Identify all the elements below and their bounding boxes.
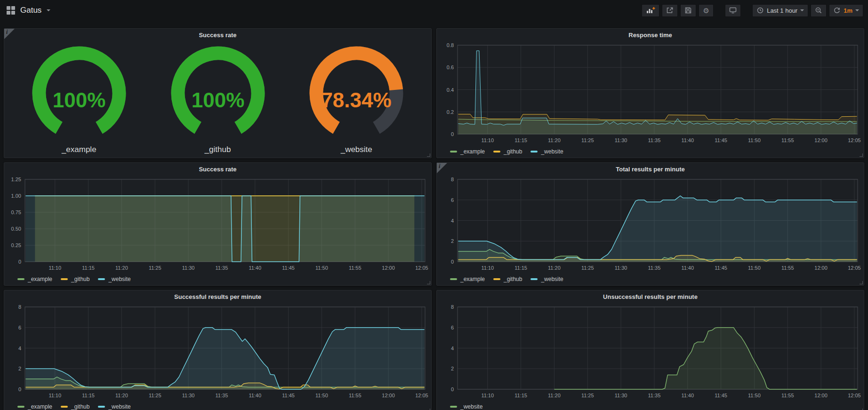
legend-color-dash (450, 278, 457, 280)
refresh-interval-label: 1m (844, 7, 852, 14)
legend-item-_website[interactable]: _website (98, 276, 130, 282)
y-tick-label: 4 (18, 346, 21, 351)
legend-item-_example[interactable]: _example (450, 148, 485, 155)
legend-color-dash (493, 278, 500, 280)
panel-successful-results: Successful results per minute 0246811:10… (4, 290, 432, 410)
tv-mode-button[interactable] (725, 4, 741, 17)
x-tick-label: 11:30 (615, 265, 627, 271)
chart-canvas: 0246811:1011:1511:2011:2511:3011:3511:40… (437, 303, 864, 401)
grid-menu-icon[interactable] (7, 6, 15, 15)
x-tick-label: 11:20 (548, 137, 561, 143)
legend-label: _website (541, 276, 563, 282)
legend-item-_github[interactable]: _github (493, 276, 522, 282)
gauge-_example: 100%_example (15, 44, 143, 154)
x-tick-label: 12:05 (415, 265, 428, 271)
x-tick-label: 11:45 (282, 393, 295, 398)
resize-handle[interactable] (427, 153, 430, 157)
x-tick-label: 11:20 (548, 265, 561, 271)
success-rate-chart[interactable]: 00.250.500.751.001.2511:1011:1511:2011:2… (4, 176, 431, 273)
panel-title[interactable]: Total results per minute (437, 163, 864, 176)
x-tick-label: 11:55 (781, 137, 794, 143)
legend-item-_github[interactable]: _github (61, 403, 89, 410)
save-button[interactable] (680, 4, 696, 17)
legend-item-_github[interactable]: _github (61, 276, 89, 282)
dashboard-title-dropdown[interactable]: Gatus (5, 6, 50, 15)
x-tick-label: 11:20 (115, 265, 128, 271)
resize-handle[interactable] (860, 281, 863, 284)
x-tick-label: 11:40 (249, 265, 261, 271)
y-tick-label: 0.8 (447, 42, 454, 48)
share-button[interactable] (662, 4, 678, 17)
x-tick-label: 11:20 (548, 393, 561, 398)
y-tick-label: 2 (18, 366, 21, 371)
y-tick-label: 0 (18, 259, 21, 265)
x-tick-label: 11:30 (182, 265, 195, 271)
gauge-label: _example (62, 145, 96, 154)
legend-label: _website (108, 403, 130, 410)
y-tick-label: 8 (451, 304, 454, 310)
x-tick-label: 11:25 (581, 265, 594, 271)
gauge-arc: 100% (154, 44, 282, 144)
legend-color-dash (98, 406, 105, 408)
x-tick-label: 11:50 (748, 393, 761, 398)
x-tick-label: 11:55 (781, 393, 794, 398)
zoom-out-button[interactable] (811, 4, 827, 17)
legend-item-_website[interactable]: _website (530, 148, 563, 155)
panel-total-results: i Total results per minute 0246811:1011:… (436, 162, 864, 286)
legend-item-_example[interactable]: _example (17, 403, 52, 410)
legend-label: _github (504, 276, 522, 282)
legend-item-_website[interactable]: _website (98, 403, 130, 410)
x-tick-label: 12:00 (382, 265, 395, 271)
x-tick-label: 11:55 (349, 265, 362, 271)
x-tick-label: 12:00 (814, 393, 828, 398)
chart-canvas: 0246811:1011:1511:2011:2511:3011:3511:40… (4, 303, 431, 401)
gauge-arc: 78.34% (292, 44, 420, 144)
x-tick-label: 11:40 (681, 137, 694, 143)
x-tick-label: 11:35 (648, 137, 661, 143)
resize-handle[interactable] (427, 281, 430, 284)
y-tick-label: 0 (451, 386, 454, 392)
y-tick-label: 2 (451, 238, 454, 244)
y-tick-label: 4 (451, 346, 454, 351)
add-panel-button[interactable] (642, 4, 659, 17)
gauge-value: 100% (191, 88, 244, 112)
x-tick-label: 11:30 (615, 137, 627, 143)
legend-color-dash (17, 406, 24, 408)
panel-title[interactable]: Unsuccessful results per minute (437, 290, 864, 303)
legend-item-_website[interactable]: _website (450, 403, 482, 410)
legend-label: _website (541, 148, 563, 155)
info-corner-icon[interactable]: i (437, 163, 447, 173)
x-tick-label: 11:30 (615, 393, 627, 398)
x-tick-label: 11:45 (282, 265, 295, 271)
panel-title[interactable]: Successful results per minute (4, 290, 431, 303)
successful-results-chart[interactable]: 0246811:1011:1511:2011:2511:3011:3511:40… (4, 303, 431, 401)
legend-label: _github (71, 403, 89, 410)
info-corner-icon[interactable]: i (4, 29, 15, 39)
resize-handle[interactable] (860, 153, 863, 157)
y-tick-label: 0.4 (447, 87, 454, 93)
legend-item-_website[interactable]: _website (530, 276, 563, 282)
x-tick-label: 11:50 (315, 265, 328, 271)
panel-success-rate-timeseries: Success rate 00.250.500.751.001.2511:101… (4, 162, 432, 286)
x-tick-label: 12:05 (848, 393, 861, 398)
chevron-down-icon (47, 9, 50, 11)
series-area-_website (554, 328, 857, 389)
chart-legend: _example_github_website (437, 273, 864, 285)
panel-title[interactable]: Response time (437, 29, 864, 41)
legend-item-_github[interactable]: _github (493, 148, 522, 155)
refresh-button[interactable]: 1m (829, 4, 863, 17)
panel-title[interactable]: Success rate (4, 29, 431, 41)
response-time-chart[interactable]: 00.20.40.60.811:1011:1511:2011:2511:3011… (437, 41, 864, 145)
legend-item-_example[interactable]: _example (17, 276, 52, 282)
chart-canvas: 0246811:1011:1511:2011:2511:3011:3511:40… (437, 176, 864, 273)
total-results-chart[interactable]: 0246811:1011:1511:2011:2511:3011:3511:40… (437, 176, 864, 273)
unsuccessful-results-chart[interactable]: 0246811:1011:1511:2011:2511:3011:3511:40… (437, 303, 864, 401)
chart-legend: _example_github_website (437, 145, 864, 158)
legend-item-_example[interactable]: _example (450, 276, 485, 282)
x-tick-label: 11:55 (781, 265, 794, 271)
series-area-_website (25, 196, 424, 262)
top-nav: Gatus ⚙ (0, 0, 868, 21)
settings-button[interactable]: ⚙ (699, 4, 714, 17)
time-range-button[interactable]: Last 1 hour (752, 4, 808, 17)
panel-title[interactable]: Success rate (4, 163, 431, 176)
